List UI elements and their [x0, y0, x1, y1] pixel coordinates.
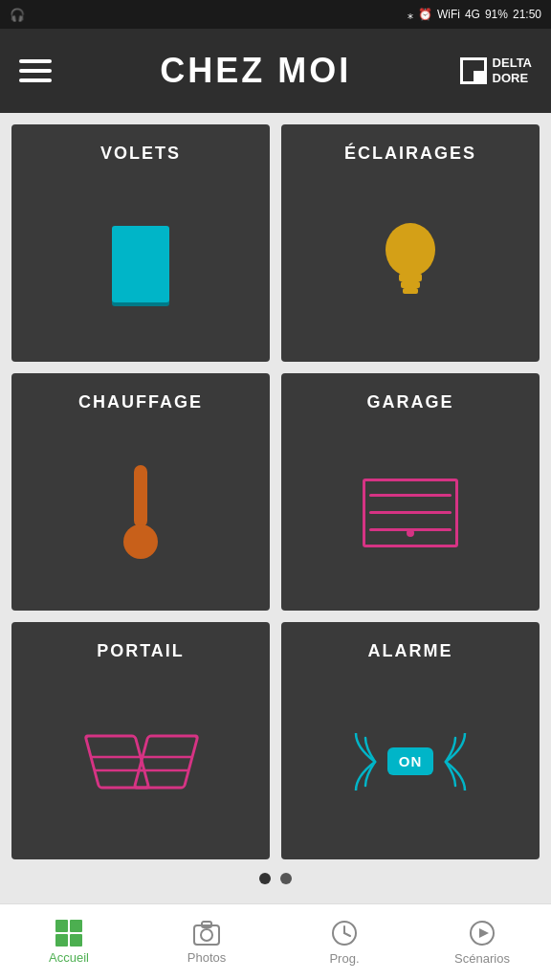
- menu-line: [19, 78, 52, 82]
- bluetooth-icon: ⁎: [408, 8, 413, 21]
- nav-accueil-label: Accueil: [49, 950, 89, 965]
- eclairages-label: ÉCLAIRAGES: [344, 144, 476, 164]
- svg-marker-19: [479, 928, 489, 938]
- svg-point-0: [386, 223, 435, 277]
- tile-chauffage[interactable]: CHAUFFAGE: [11, 373, 270, 611]
- garage-handle: [407, 529, 414, 537]
- nav-prog-label: Prog.: [329, 951, 359, 966]
- portail-icon-container: [78, 679, 203, 844]
- page-dot-2[interactable]: [280, 873, 292, 884]
- status-bar: 🎧 ⁎ ⏰ WiFi 4G 91% 21:50: [0, 0, 551, 29]
- nav-photos[interactable]: Photos: [173, 920, 240, 965]
- status-right: ⁎ ⏰ WiFi 4G 91% 21:50: [408, 8, 541, 21]
- nav-scenarios[interactable]: Scénarios: [449, 919, 516, 966]
- gate-icon: [78, 728, 203, 795]
- pagination: [11, 859, 540, 892]
- nav-scenarios-label: Scénarios: [454, 951, 510, 966]
- right-wave-icon: [441, 733, 470, 791]
- network-label: 4G: [465, 8, 480, 21]
- svg-rect-9: [134, 736, 197, 788]
- alarm-on-icon: ON: [351, 733, 471, 791]
- alarm-on-label: ON: [387, 747, 434, 775]
- wifi-icon: WiFi: [437, 8, 460, 21]
- time-label: 21:50: [513, 8, 541, 21]
- clock-icon: [330, 919, 359, 947]
- menu-button[interactable]: [19, 59, 52, 82]
- volets-icon-container: [112, 181, 169, 346]
- menu-line: [19, 69, 52, 73]
- menu-line: [19, 59, 52, 63]
- headphone-icon: 🎧: [10, 8, 25, 22]
- battery-label: 91%: [485, 8, 508, 21]
- main-content: VOLETS ÉCLAIRAGES CHAUFFAGE: [0, 113, 551, 903]
- delta-dore-logo: DELTA DORE: [460, 56, 532, 85]
- home-icon: [55, 920, 82, 947]
- svg-rect-4: [134, 465, 147, 527]
- tile-eclairages[interactable]: ÉCLAIRAGES: [281, 124, 540, 362]
- chauffage-icon-container: [117, 430, 165, 595]
- logo-square-icon: [460, 57, 487, 84]
- bulb-icon: [382, 221, 439, 307]
- tile-volets[interactable]: VOLETS: [11, 124, 270, 362]
- svg-line-17: [344, 933, 350, 936]
- garage-line-1: [369, 494, 452, 497]
- svg-rect-6: [85, 736, 148, 788]
- camera-icon: [192, 920, 221, 947]
- volets-icon: [112, 226, 169, 302]
- thermo-svg: [117, 460, 165, 566]
- tile-portail[interactable]: PORTAIL: [11, 622, 270, 859]
- bottom-nav: Accueil Photos Prog. Scénarios: [0, 903, 551, 980]
- garage-icon-container: [363, 430, 458, 595]
- svg-rect-1: [399, 274, 422, 281]
- left-wave-icon: [351, 733, 380, 791]
- logo-text: DELTA DORE: [493, 56, 532, 85]
- chauffage-label: CHAUFFAGE: [78, 392, 203, 412]
- svg-rect-2: [401, 281, 420, 288]
- page-dot-1[interactable]: [259, 873, 271, 884]
- volets-label: VOLETS: [100, 144, 181, 164]
- nav-photos-label: Photos: [187, 950, 226, 965]
- thermometer-icon: [117, 460, 165, 566]
- alarme-label: ALARME: [368, 641, 453, 661]
- alarm-clock-icon: ⏰: [418, 8, 432, 21]
- tile-garage[interactable]: GARAGE: [281, 373, 540, 611]
- svg-point-13: [201, 929, 212, 941]
- svg-point-5: [123, 524, 158, 559]
- eclairages-icon-container: [382, 181, 439, 346]
- garage-icon: [363, 479, 458, 547]
- tile-alarme[interactable]: ALARME ON: [281, 622, 540, 859]
- garage-line-2: [369, 511, 452, 514]
- bulb-svg: [382, 221, 439, 307]
- portail-label: PORTAIL: [97, 641, 185, 661]
- tiles-grid: VOLETS ÉCLAIRAGES CHAUFFAGE: [11, 124, 540, 859]
- garage-label: GARAGE: [366, 392, 453, 412]
- nav-prog[interactable]: Prog.: [311, 919, 378, 966]
- nav-accueil[interactable]: Accueil: [35, 920, 102, 965]
- header: CHEZ MOI DELTA DORE: [0, 29, 551, 113]
- play-icon: [468, 919, 496, 947]
- status-left: 🎧: [10, 8, 25, 22]
- svg-rect-3: [403, 288, 418, 294]
- page-title: CHEZ MOI: [160, 51, 351, 91]
- alarme-icon-container: ON: [351, 679, 471, 844]
